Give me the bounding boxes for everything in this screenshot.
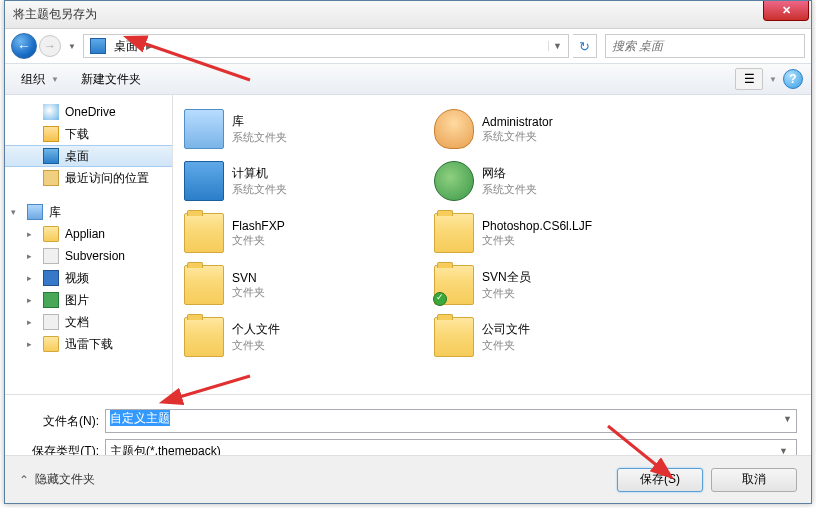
desktop-icon [90, 38, 106, 54]
sidebar-item-library[interactable]: ▸迅雷下载 [5, 333, 172, 355]
file-name: SVN全员 [482, 269, 531, 286]
sidebar-item-library[interactable]: ▸Subversion [5, 245, 172, 267]
expand-icon[interactable]: ▸ [27, 339, 32, 349]
file-subtitle: 文件夹 [232, 233, 285, 248]
file-name: Administrator [482, 115, 553, 129]
file-subtitle: 文件夹 [232, 285, 265, 300]
close-button[interactable] [763, 1, 809, 21]
vid-icon [43, 270, 59, 286]
check-badge-icon [433, 292, 447, 306]
sidebar-item-label: 文档 [65, 314, 89, 331]
sidebar-item-label: 桌面 [65, 148, 89, 165]
file-name: Photoshop.CS6l.LJF [482, 219, 592, 233]
sidebar-item-label: 图片 [65, 292, 89, 309]
file-subtitle: 系统文件夹 [232, 182, 287, 197]
doc-icon [43, 248, 59, 264]
file-subtitle: 系统文件夹 [232, 130, 287, 145]
chevron-up-icon: ⌃ [19, 473, 29, 487]
folder-icon [43, 226, 59, 242]
sidebar-item-cloud[interactable]: OneDrive [5, 101, 172, 123]
sidebar-item-down[interactable]: 下载 [5, 123, 172, 145]
breadcrumb-text: 桌面 [110, 38, 142, 55]
file-item[interactable]: 公司文件文件夹 [427, 311, 677, 363]
expand-icon[interactable]: ▸ [27, 295, 32, 305]
file-subtitle: 系统文件夹 [482, 182, 537, 197]
recent-icon [43, 170, 59, 186]
folder-icon [184, 213, 224, 253]
net-icon [434, 161, 474, 201]
sidebar-item-label: 视频 [65, 270, 89, 287]
file-name: FlashFXP [232, 219, 285, 233]
sidebar-item-recent[interactable]: 最近访问的位置 [5, 167, 172, 189]
sidebar-item-label: 下载 [65, 126, 89, 143]
toolbar: 组织 ▼ 新建文件夹 ☰ ▼ ? [5, 63, 811, 95]
cloud-icon [43, 104, 59, 120]
save-button[interactable]: 保存(S) [617, 468, 703, 492]
sidebar-item-desk[interactable]: 桌面 [5, 145, 172, 167]
file-name: 计算机 [232, 165, 287, 182]
forward-button[interactable]: → [39, 35, 61, 57]
sidebar-libraries-root[interactable]: ▾ 库 [5, 201, 172, 223]
sidebar-item-library[interactable]: ▸Applian [5, 223, 172, 245]
file-item[interactable]: SVN文件夹 [177, 259, 427, 311]
expand-icon[interactable]: ▸ [27, 273, 32, 283]
sidebar-item-label: 最近访问的位置 [65, 170, 149, 187]
file-item[interactable]: 网络系统文件夹 [427, 155, 677, 207]
file-name: 公司文件 [482, 321, 530, 338]
desk-icon [43, 148, 59, 164]
file-item[interactable]: 库系统文件夹 [177, 103, 427, 155]
expand-icon[interactable]: ▸ [27, 251, 32, 261]
chevron-down-icon[interactable]: ▼ [783, 414, 792, 424]
refresh-button[interactable]: ↻ [573, 34, 597, 58]
folder-icon [184, 317, 224, 357]
breadcrumb-dropdown-icon[interactable]: ▼ [548, 41, 566, 51]
collapse-icon[interactable]: ▾ [11, 207, 16, 217]
save-dialog: 将主题包另存为 ← → ▼ 桌面 ▶ ▼ ↻ 组织 ▼ 新建文件夹 ☰ ▼ ? [4, 0, 812, 504]
back-button[interactable]: ← [11, 33, 37, 59]
file-item[interactable]: 个人文件文件夹 [177, 311, 427, 363]
hide-folders-toggle[interactable]: ⌃ 隐藏文件夹 [19, 471, 95, 488]
folder-icon [184, 265, 224, 305]
body: OneDrive下载桌面最近访问的位置 ▾ 库 ▸Applian▸Subvers… [5, 95, 811, 395]
sidebar-item-library[interactable]: ▸视频 [5, 267, 172, 289]
chevron-down-icon: ▼ [49, 75, 61, 84]
file-subtitle: 文件夹 [232, 338, 280, 353]
file-item[interactable]: SVN全员文件夹 [427, 259, 677, 311]
view-mode-button[interactable]: ☰ [735, 68, 763, 90]
footer: ⌃ 隐藏文件夹 保存(S) 取消 [5, 455, 811, 503]
window-title: 将主题包另存为 [13, 6, 97, 23]
sidebar-item-label: 迅雷下载 [65, 336, 113, 353]
sidebar: OneDrive下载桌面最近访问的位置 ▾ 库 ▸Applian▸Subvers… [5, 95, 173, 394]
user-icon [434, 109, 474, 149]
history-dropdown-icon[interactable]: ▼ [65, 35, 79, 57]
organize-button[interactable]: 组织 ▼ [13, 68, 69, 91]
sidebar-item-label: OneDrive [65, 105, 116, 119]
chevron-down-icon[interactable]: ▼ [767, 75, 779, 84]
file-subtitle: 文件夹 [482, 233, 592, 248]
file-name: 网络 [482, 165, 537, 182]
help-button[interactable]: ? [783, 69, 803, 89]
file-list[interactable]: 库系统文件夹Administrator系统文件夹计算机系统文件夹网络系统文件夹F… [173, 95, 811, 394]
folder-icon [434, 213, 474, 253]
sidebar-item-library[interactable]: ▸图片 [5, 289, 172, 311]
breadcrumb[interactable]: 桌面 ▶ ▼ [83, 34, 569, 58]
new-folder-button[interactable]: 新建文件夹 [73, 68, 149, 91]
file-item[interactable]: Photoshop.CS6l.LJF文件夹 [427, 207, 677, 259]
filename-input[interactable]: 自定义主题 ▼ [105, 409, 797, 433]
sidebar-item-library[interactable]: ▸文档 [5, 311, 172, 333]
chevron-right-icon[interactable]: ▶ [142, 41, 157, 51]
file-item[interactable]: Administrator系统文件夹 [427, 103, 677, 155]
doc-icon [43, 314, 59, 330]
library-icon [27, 204, 43, 220]
file-name: 库 [232, 113, 287, 130]
pic-icon [43, 292, 59, 308]
file-name: 个人文件 [232, 321, 280, 338]
cancel-button[interactable]: 取消 [711, 468, 797, 492]
expand-icon[interactable]: ▸ [27, 317, 32, 327]
file-item[interactable]: 计算机系统文件夹 [177, 155, 427, 207]
expand-icon[interactable]: ▸ [27, 229, 32, 239]
search-input[interactable] [605, 34, 805, 58]
comp-icon [184, 161, 224, 201]
titlebar[interactable]: 将主题包另存为 [5, 1, 811, 29]
file-item[interactable]: FlashFXP文件夹 [177, 207, 427, 259]
